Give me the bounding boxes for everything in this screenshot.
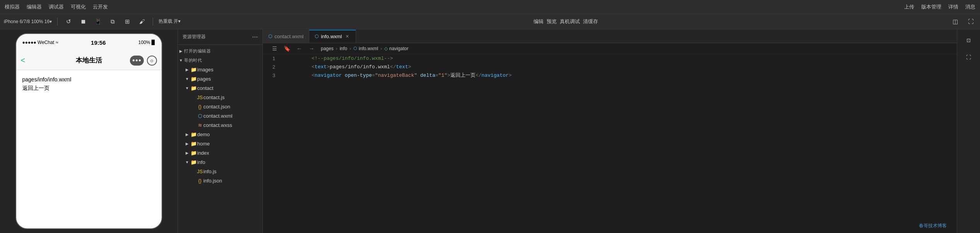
tab-info-wxml-close[interactable]: × [344, 33, 350, 39]
phone-nav-right: ○ [130, 56, 157, 66]
menu-details[interactable]: 详情 [948, 3, 958, 10]
folder-contact[interactable]: ▼ 📁 contact [178, 83, 262, 93]
tab-contact-wxml-label: contact.wxml [274, 34, 303, 39]
explorer-more-button[interactable]: ··· [252, 33, 258, 41]
phone-time: 19:56 [91, 39, 106, 46]
main-toolbar: iPhone 6/7/8 100% 16▾ ↺ ⏹ 📱 ⧉ ⊞ 🖌 热重载 开▾… [0, 14, 980, 29]
file-contact-js[interactable]: JS contact.js [178, 93, 262, 102]
folder-home-label: home [197, 141, 259, 147]
folder-images[interactable]: ▶ 📁 images [178, 65, 262, 74]
breadcrumb-back-icon[interactable]: ← [295, 44, 304, 53]
file-contact-json-icon: {} [196, 104, 203, 110]
section-open-editors[interactable]: ▶ 打开的编辑器 [178, 46, 262, 56]
breadcrumb-info[interactable]: info [340, 46, 347, 51]
folder-index-expand: ▶ [184, 151, 190, 155]
folder-images-icon: 📁 [190, 67, 197, 73]
menu-visualizer[interactable]: 可视化 [71, 3, 86, 10]
file-contact-js-icon: JS [196, 95, 203, 100]
hot-reload-label[interactable]: 热重载 开▾ [159, 18, 181, 25]
tab-info-wxml-label: info.wxml [321, 34, 342, 39]
breadcrumb-bookmark-icon[interactable]: 🔖 [282, 44, 291, 53]
maximize-button[interactable]: ⛶ [965, 16, 976, 27]
token-tag-3b: navigator [482, 73, 509, 78]
tab-edit[interactable]: 编辑 [533, 18, 544, 25]
file-explorer-panel: 资源管理器 ··· ▶ 打开的编辑器 ▼ 哥的时代 ▶ 📁 images [178, 29, 263, 233]
folder-home[interactable]: ▶ 📁 home [178, 139, 262, 148]
menu-simulator[interactable]: 模拟器 [5, 3, 20, 10]
folder-contact-expand: ▼ [184, 86, 190, 90]
reload-button[interactable]: ↺ [63, 16, 74, 27]
editor-breadcrumb: ☰ 🔖 ← → pages › info › ⬡ info.wxml › ◇ n… [263, 43, 957, 54]
phone-battery-icon: ▉ [152, 40, 155, 45]
phone-back-button[interactable]: < [21, 56, 26, 65]
section-project-label: 哥的时代 [184, 57, 259, 63]
breadcrumb-info-wxml-label: info.wxml [359, 46, 378, 51]
folder-info[interactable]: ▼ 📁 info [178, 157, 262, 167]
editor-panel: ⬡ contact.wxml ⬡ info.wxml × ☰ 🔖 ← → pag… [263, 29, 957, 233]
toolbar-center: 编辑 预览 真机调试 清缓存 [186, 18, 946, 25]
token-punct-3e: </ [476, 73, 482, 78]
file-info-js-icon: JS [196, 169, 203, 174]
breadcrumb-pages-label: pages [321, 46, 334, 51]
breadcrumb-info-wxml[interactable]: ⬡ info.wxml [353, 46, 378, 51]
editor-code-area[interactable]: 1 <!--pages/info/info.wxml--> 2 <text>pa… [263, 54, 957, 233]
line-number-3: 3 [263, 73, 281, 78]
editor-actions: ☰ 🔖 ← → [268, 44, 319, 53]
phone-nav-bar: < 本地生活 ○ [16, 51, 162, 70]
toolbar-left: iPhone 6/7/8 100% 16▾ ↺ ⏹ 📱 ⧉ ⊞ 🖌 热重载 开▾ [4, 16, 182, 27]
explorer-toolbar: 资源管理器 ··· [178, 29, 262, 45]
breadcrumb-navigator[interactable]: ◇ navigator [384, 46, 408, 51]
tab-realdevice[interactable]: 真机调试 [560, 18, 580, 25]
toolbar-divider-2 [153, 18, 153, 25]
folder-demo[interactable]: ▶ 📁 demo [178, 130, 262, 139]
multi-window-button[interactable]: ⧉ [107, 16, 118, 27]
file-info-json[interactable]: {} info.json [178, 176, 262, 185]
folder-index[interactable]: ▶ 📁 index [178, 148, 262, 157]
breadcrumb-pages[interactable]: pages [321, 46, 334, 51]
phone-frame: ●●●●● WeChat ≈ 19:56 100% ▉ < 本地生活 [15, 33, 162, 229]
breadcrumb-info-label: info [340, 46, 347, 51]
device-selector[interactable]: iPhone 6/7/8 100% 16▾ [4, 19, 52, 24]
split-button[interactable]: ⊞ [122, 16, 133, 27]
section-project[interactable]: ▼ 哥的时代 [178, 56, 262, 65]
tab-contact-wxml-icon: ⬡ [268, 34, 272, 39]
menu-debugger[interactable]: 调试器 [49, 3, 64, 10]
menu-editor[interactable]: 编辑器 [27, 3, 42, 10]
file-contact-wxml[interactable]: ⬡ contact.wxml [178, 111, 262, 120]
phone-dots-button[interactable] [130, 56, 144, 66]
file-info-json-icon: {} [196, 178, 203, 184]
tab-contact-wxml[interactable]: ⬡ contact.wxml [263, 30, 309, 43]
tab-info-wxml[interactable]: ⬡ info.wxml × [309, 30, 356, 43]
menu-version[interactable]: 版本管理 [921, 3, 941, 10]
device-frame-button[interactable]: 📱 [92, 16, 103, 27]
right-panel-maximize[interactable]: ⛶ [961, 49, 977, 65]
folder-images-label: images [197, 67, 259, 73]
folder-pages-label: pages [197, 76, 259, 82]
phone-wifi-icon: ≈ [56, 40, 58, 45]
token-punct-3b: = [372, 73, 375, 78]
folder-index-icon: 📁 [190, 150, 197, 156]
sidebar-toggle-button[interactable]: ◫ [950, 16, 961, 27]
folder-pages[interactable]: ▼ 📁 pages [178, 74, 262, 83]
token-attr-3b: delta [420, 73, 435, 78]
brush-button[interactable]: 🖌 [136, 16, 147, 27]
menu-cloud[interactable]: 云开发 [93, 3, 108, 10]
tab-clearcache[interactable]: 清缓存 [583, 18, 598, 25]
file-contact-json[interactable]: {} contact.json [178, 102, 262, 111]
tab-info-wxml-icon: ⬡ [315, 34, 319, 39]
token-space-3a [342, 73, 345, 78]
breadcrumb-menu-icon[interactable]: ☰ [270, 44, 279, 53]
right-panel-sidebar-toggle[interactable]: ⊡ [961, 32, 977, 48]
file-contact-wxss[interactable]: ≋ contact.wxss [178, 120, 262, 130]
menu-messages[interactable]: 消息 [965, 3, 975, 10]
token-text-3: 返回上一页 [450, 73, 476, 78]
stop-button[interactable]: ⏹ [78, 16, 89, 27]
file-info-js[interactable]: JS info.js [178, 167, 262, 176]
phone-battery-label: 100% [138, 40, 150, 45]
file-contact-wxml-label: contact.wxml [203, 113, 259, 119]
tab-preview[interactable]: 预览 [547, 18, 557, 25]
folder-info-label: info [197, 159, 259, 165]
phone-circle-button[interactable]: ○ [147, 56, 157, 66]
menu-upload[interactable]: 上传 [904, 3, 914, 10]
breadcrumb-forward-icon[interactable]: → [307, 44, 316, 53]
